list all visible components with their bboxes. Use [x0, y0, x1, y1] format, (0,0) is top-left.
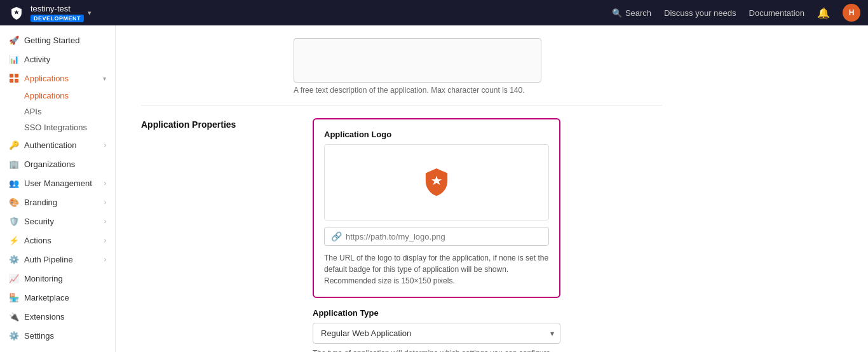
rocket-icon: 🚀: [9, 35, 19, 45]
sidebar-label-marketplace: Marketplace: [24, 293, 69, 302]
sidebar-item-organizations[interactable]: 🏢 Organizations: [0, 154, 115, 173]
sidebar-label-organizations: Organizations: [24, 159, 75, 169]
app-type-section: Application Type Regular Web Application…: [313, 298, 662, 352]
sidebar-item-monitoring[interactable]: 📈 Monitoring: [0, 269, 115, 288]
sidebar-item-getting-started[interactable]: 🚀 Getting Started: [0, 30, 115, 50]
sidebar-item-branding[interactable]: 🎨 Branding ›: [0, 193, 115, 212]
svg-rect-1: [10, 74, 13, 78]
users-icon: 👥: [9, 178, 19, 188]
search-icon: 🔍: [612, 8, 622, 18]
logo-preview: [324, 144, 549, 220]
logo-card-title: Application Logo: [324, 130, 549, 139]
svg-rect-2: [15, 74, 18, 78]
sidebar-sub-item-apis[interactable]: APIs: [0, 104, 115, 119]
store-icon: 🏪: [9, 292, 19, 302]
sidebar-item-marketplace[interactable]: 🏪 Marketplace: [0, 288, 115, 307]
sidebar-label-getting-started: Getting Started: [24, 36, 79, 45]
link-icon: 🔗: [331, 231, 342, 241]
sidebar-label-applications: Applications: [24, 74, 69, 83]
activity-icon: 📊: [9, 54, 19, 64]
layout: 🚀 Getting Started 📊 Activity Application…: [0, 25, 868, 352]
search-label: Search: [625, 8, 651, 18]
shield-icon: 🛡️: [9, 216, 19, 226]
section-content-col: Application Logo 🔗 The U: [313, 118, 662, 352]
logo-hint: The URL of the logo to display for the a…: [324, 252, 549, 287]
tenant-badge: DEVELOPMENT: [31, 15, 84, 22]
svg-rect-3: [10, 79, 13, 83]
sidebar-label-auth-pipeline: Auth Pipeline: [24, 255, 73, 264]
sidebar-item-extensions[interactable]: 🔌 Extensions: [0, 307, 115, 326]
logo-url-input[interactable]: [346, 232, 542, 241]
topnav-tenant[interactable]: testiny-test DEVELOPMENT ▾: [31, 4, 92, 22]
docs-link[interactable]: Documentation: [749, 8, 804, 18]
sidebar-item-authentication[interactable]: 🔑 Authentication ›: [0, 135, 115, 154]
sidebar: 🚀 Getting Started 📊 Activity Application…: [0, 25, 116, 352]
tenant-chevron-icon: ▾: [88, 9, 92, 17]
applications-submenu: Applications APIs SSO Integrations: [0, 88, 115, 135]
description-textarea[interactable]: [294, 38, 541, 83]
search-link[interactable]: 🔍 Search: [612, 8, 651, 18]
applications-chevron-icon: ▾: [103, 75, 106, 82]
sidebar-item-applications[interactable]: Applications ▾: [0, 69, 115, 88]
pipeline-icon: ⚙️: [9, 254, 19, 264]
topnav-logo[interactable]: [8, 4, 25, 22]
sidebar-sub-item-sso[interactable]: SSO Integrations: [0, 119, 115, 135]
sidebar-label-actions: Actions: [24, 236, 51, 245]
svg-rect-4: [15, 79, 18, 83]
description-hint: A free text description of the applicati…: [294, 86, 662, 95]
main-content: A free text description of the applicati…: [116, 25, 868, 352]
sidebar-label-user-management: User Management: [24, 179, 92, 188]
org-icon: 🏢: [9, 159, 19, 169]
settings-icon: ⚙️: [9, 330, 19, 341]
sidebar-item-auth-pipeline[interactable]: ⚙️ Auth Pipeline ›: [0, 250, 115, 269]
sidebar-label-branding: Branding: [24, 198, 57, 207]
key-icon: 🔑: [9, 140, 19, 150]
user-avatar[interactable]: H: [843, 4, 860, 22]
app-icon: [9, 73, 19, 83]
app-logo-preview-icon: [421, 167, 452, 198]
security-chevron-icon: ›: [104, 218, 106, 225]
app-type-hint: The type of application will determine w…: [313, 349, 560, 352]
authentication-chevron-icon: ›: [104, 142, 106, 149]
app-properties-section: Application Properties Application Logo: [141, 105, 662, 352]
actions-chevron-icon: ›: [104, 237, 106, 244]
description-section: A free text description of the applicati…: [141, 25, 662, 105]
branding-chevron-icon: ›: [104, 199, 106, 206]
section-label-col: Application Properties: [141, 118, 294, 352]
docs-label: Documentation: [749, 8, 804, 18]
user-management-chevron-icon: ›: [104, 180, 106, 187]
sidebar-item-security[interactable]: 🛡️ Security ›: [0, 212, 115, 231]
sidebar-sub-item-applications[interactable]: Applications: [0, 88, 115, 104]
topnav: testiny-test DEVELOPMENT ▾ 🔍 Search Disc…: [0, 0, 868, 25]
sidebar-label-security: Security: [24, 217, 54, 226]
auth-pipeline-chevron-icon: ›: [104, 256, 106, 263]
topnav-actions: 🔍 Search Discuss your needs Documentatio…: [612, 4, 860, 22]
content-area: A free text description of the applicati…: [116, 25, 688, 352]
app-type-select-wrap: Regular Web Application Single Page Appl…: [313, 323, 560, 344]
sidebar-label-monitoring: Monitoring: [24, 274, 63, 283]
app-type-label: Application Type: [313, 308, 662, 318]
section-title: Application Properties: [141, 119, 294, 130]
brush-icon: 🎨: [9, 197, 19, 207]
sidebar-label-activity: Activity: [24, 55, 50, 64]
tenant-name: testiny-test: [31, 4, 84, 13]
sidebar-label-settings: Settings: [24, 331, 54, 341]
sidebar-item-activity[interactable]: 📊 Activity: [0, 50, 115, 69]
sidebar-item-settings[interactable]: ⚙️ Settings: [0, 326, 115, 345]
logo-url-input-wrap[interactable]: 🔗: [324, 227, 549, 246]
app-type-select[interactable]: Regular Web Application Single Page Appl…: [313, 323, 560, 344]
sidebar-label-extensions: Extensions: [24, 312, 65, 322]
sidebar-label-authentication: Authentication: [24, 140, 76, 150]
sidebar-item-actions[interactable]: ⚡ Actions ›: [0, 231, 115, 250]
sidebar-item-user-management[interactable]: 👥 User Management ›: [0, 173, 115, 193]
bell-icon[interactable]: 🔔: [817, 7, 830, 19]
lightning-icon: ⚡: [9, 235, 19, 245]
extension-icon: 🔌: [9, 311, 19, 322]
discuss-label: Discuss your needs: [664, 8, 736, 18]
discuss-link[interactable]: Discuss your needs: [664, 8, 736, 18]
monitor-icon: 📈: [9, 273, 19, 283]
app-logo-card: Application Logo 🔗 The U: [313, 118, 560, 298]
